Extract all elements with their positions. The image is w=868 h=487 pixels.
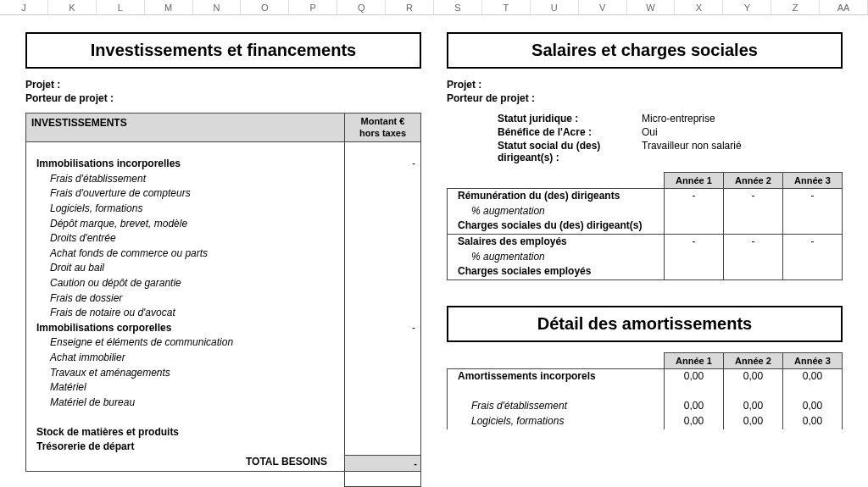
column-header[interactable]: X bbox=[675, 0, 723, 14]
cell-value[interactable] bbox=[345, 380, 421, 396]
cell-value[interactable] bbox=[345, 231, 421, 246]
cell-value[interactable] bbox=[724, 264, 783, 279]
table-row: Frais d'ouverture de compteurs bbox=[26, 186, 345, 202]
table-row: % augmentation bbox=[448, 204, 665, 219]
cell-value[interactable] bbox=[783, 385, 843, 400]
cell-value[interactable] bbox=[345, 276, 421, 291]
cell-value[interactable] bbox=[724, 204, 783, 219]
cell-value[interactable]: - bbox=[345, 321, 421, 336]
table-row: Achat immobilier bbox=[26, 351, 345, 366]
cell-value[interactable] bbox=[345, 217, 421, 232]
cell-value[interactable] bbox=[783, 250, 843, 265]
table-row: Frais de notaire ou d'avocat bbox=[26, 306, 345, 321]
cell-value[interactable] bbox=[345, 246, 421, 262]
column-header[interactable]: M bbox=[145, 0, 193, 14]
table-row: Caution ou dépôt de garantie bbox=[26, 276, 345, 291]
cell-value[interactable] bbox=[665, 219, 724, 234]
cell-value[interactable] bbox=[665, 264, 724, 279]
table-row: Frais d'établissement bbox=[448, 399, 665, 414]
cell-value[interactable]: 0,00 bbox=[724, 399, 783, 414]
salaries-title: Salaires et charges sociales bbox=[447, 32, 843, 69]
table-row: Logiciels, formations bbox=[26, 202, 345, 217]
column-header[interactable]: L bbox=[97, 0, 145, 14]
cell-value[interactable]: 0,00 bbox=[665, 414, 724, 429]
column-header[interactable]: Z bbox=[771, 0, 820, 14]
year2-header: Année 2 bbox=[724, 173, 783, 189]
column-header[interactable]: W bbox=[627, 0, 676, 14]
left-panel: Investissements et financements Projet :… bbox=[25, 24, 421, 487]
column-header[interactable]: R bbox=[386, 0, 434, 14]
cell-value[interactable]: 0,00 bbox=[724, 414, 783, 429]
cell-value[interactable] bbox=[665, 250, 724, 265]
table-row: Dépôt marque, brevet, modèle bbox=[26, 217, 345, 232]
column-header[interactable]: S bbox=[434, 0, 482, 14]
cell-value[interactable]: 0,00 bbox=[665, 369, 724, 385]
column-header[interactable]: U bbox=[531, 0, 579, 14]
column-header[interactable]: V bbox=[579, 0, 627, 14]
table-row: Amortissements incorporels bbox=[448, 369, 665, 385]
cell-value[interactable]: 0,00 bbox=[665, 399, 724, 414]
year1-header: Année 1 bbox=[665, 173, 724, 189]
table-row: Charges sociales du (des) dirigeant(s) bbox=[448, 219, 665, 234]
cell-value[interactable]: 0,00 bbox=[783, 414, 843, 429]
table-row: Matériel bbox=[26, 380, 345, 396]
cell-value[interactable] bbox=[345, 186, 421, 202]
cell-value[interactable]: - bbox=[783, 235, 843, 250]
cell-value[interactable] bbox=[783, 219, 843, 234]
cell-value[interactable] bbox=[665, 204, 724, 219]
amort-year1: Année 1 bbox=[665, 352, 724, 368]
table-row: Matériel de bureau bbox=[26, 396, 345, 411]
cell-value[interactable]: 0,00 bbox=[783, 399, 843, 414]
cell-value[interactable] bbox=[783, 204, 843, 219]
column-header[interactable]: J bbox=[0, 0, 48, 14]
cell-value[interactable] bbox=[665, 385, 724, 400]
cell-value[interactable]: - bbox=[783, 189, 843, 204]
cell-value[interactable]: - bbox=[345, 157, 421, 172]
cell-value[interactable] bbox=[345, 172, 421, 187]
amort-title: Détail des amortissements bbox=[447, 306, 843, 342]
status-row: Statut juridique :Micro-entreprise bbox=[447, 113, 843, 125]
column-header[interactable]: Q bbox=[337, 0, 386, 14]
cell-value[interactable]: - bbox=[724, 235, 783, 250]
cell-value[interactable] bbox=[345, 396, 421, 411]
column-header[interactable]: K bbox=[48, 0, 97, 14]
table-row: Charges sociales employés bbox=[448, 264, 665, 279]
cell-value[interactable] bbox=[345, 306, 421, 321]
status-row: Bénéfice de l'Acre :Oui bbox=[447, 126, 843, 138]
column-header-row: JKLMNOPQRSTUVWXYZAA bbox=[0, 0, 868, 15]
cell-value[interactable] bbox=[345, 261, 421, 276]
cell-value[interactable] bbox=[345, 351, 421, 366]
amort-table: Année 1 Année 2 Année 3 Amortissements i… bbox=[447, 352, 843, 429]
worksheet-body: Investissements et financements Projet :… bbox=[0, 15, 868, 487]
cell-value[interactable] bbox=[345, 202, 421, 217]
column-header[interactable]: P bbox=[289, 0, 337, 14]
cell-value[interactable] bbox=[345, 291, 421, 307]
cell-value[interactable]: - bbox=[724, 189, 783, 204]
cell-value[interactable] bbox=[724, 219, 783, 234]
table-row: Enseigne et éléments de communication bbox=[26, 335, 345, 351]
cell-value[interactable] bbox=[345, 335, 421, 351]
table-row: Immobilisations corporelles bbox=[26, 321, 345, 336]
cell-value[interactable] bbox=[783, 264, 843, 279]
cell-value[interactable] bbox=[724, 385, 783, 400]
total-besoins-label: TOTAL BESOINS bbox=[26, 455, 345, 471]
column-header[interactable]: O bbox=[241, 0, 289, 14]
column-header[interactable]: T bbox=[482, 0, 531, 14]
cell-value[interactable]: - bbox=[665, 189, 724, 204]
cell-value[interactable]: - bbox=[665, 235, 724, 250]
column-header[interactable]: N bbox=[193, 0, 242, 14]
left-project-label: Projet : bbox=[25, 79, 421, 91]
table-row: Droits d'entrée bbox=[26, 231, 345, 246]
cell-value[interactable]: 0,00 bbox=[783, 369, 843, 385]
table-row: Travaux et aménagements bbox=[26, 366, 345, 381]
investments-table: INVESTISSEMENTS Montant €hors taxes Immo… bbox=[25, 113, 421, 487]
cell-value[interactable] bbox=[345, 366, 421, 381]
cell-value[interactable]: 0,00 bbox=[724, 369, 783, 385]
table-row bbox=[448, 385, 665, 400]
amort-year2: Année 2 bbox=[724, 352, 783, 368]
column-header[interactable]: Y bbox=[723, 0, 771, 14]
column-header[interactable]: AA bbox=[820, 0, 868, 14]
status-block: Statut juridique :Micro-entrepriseBénéfi… bbox=[447, 113, 843, 163]
cell-value[interactable] bbox=[724, 250, 783, 265]
amount-header: Montant €hors taxes bbox=[345, 113, 421, 142]
